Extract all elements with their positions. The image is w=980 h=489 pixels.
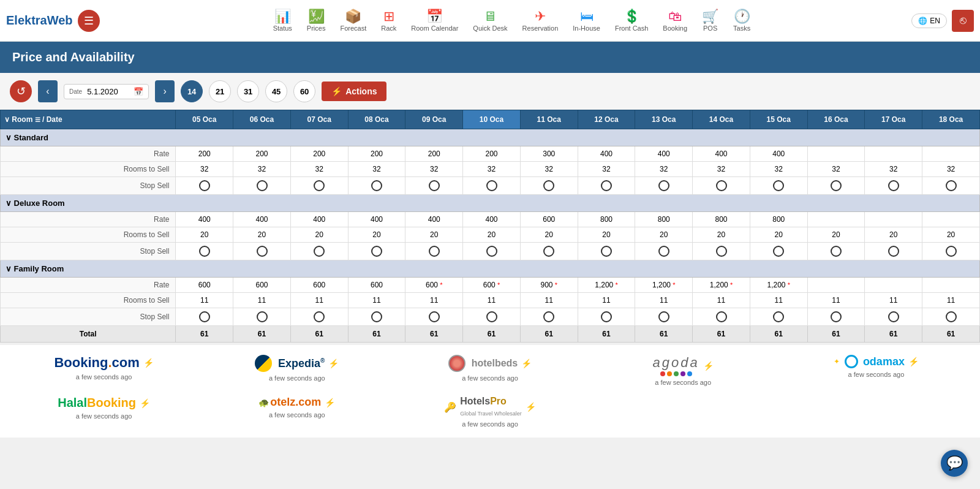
standard-rate-14[interactable]: 400 — [693, 146, 750, 162]
standard-rate-09[interactable]: 200 — [405, 146, 463, 162]
deluxe-stopsell-11[interactable] — [520, 243, 578, 260]
family-stopsell-18[interactable] — [922, 308, 980, 326]
deluxe-rate-09[interactable]: 400 — [405, 212, 463, 227]
family-rooms-14[interactable]: 11 — [693, 293, 750, 308]
family-rate-08[interactable]: 600 — [348, 278, 405, 293]
nav-rack[interactable]: ⊞ Rack — [375, 7, 402, 34]
deluxe-rate-06[interactable]: 400 — [233, 212, 291, 227]
family-rate-14[interactable]: 1,200 * — [693, 278, 750, 293]
family-stopsell-12[interactable] — [578, 308, 635, 326]
menu-button[interactable]: ☰ — [78, 10, 100, 32]
logout-button[interactable]: ⎋ — [952, 10, 974, 32]
deluxe-rooms-10[interactable]: 20 — [463, 227, 521, 243]
standard-rate-16[interactable] — [807, 146, 865, 162]
nav-status[interactable]: 📊 Status — [267, 7, 298, 34]
family-stopsell-11[interactable] — [520, 308, 578, 326]
family-rooms-07[interactable]: 11 — [290, 293, 348, 308]
deluxe-rooms-18[interactable]: 20 — [922, 227, 980, 243]
family-rooms-12[interactable]: 11 — [578, 293, 635, 308]
family-stopsell-16[interactable] — [807, 308, 865, 326]
standard-stopsell-12[interactable] — [578, 177, 635, 195]
deluxe-stopsell-15[interactable] — [750, 243, 807, 260]
standard-rooms-17[interactable]: 32 — [865, 162, 922, 177]
standard-stopsell-05[interactable] — [176, 177, 233, 195]
halalbooking-sync-icon[interactable]: ⚡ — [140, 398, 150, 408]
deluxe-rooms-13[interactable]: 20 — [635, 227, 693, 243]
nav-pos[interactable]: 🛒 POS — [696, 7, 725, 34]
deluxe-rate-15[interactable]: 800 — [750, 212, 807, 227]
family-stopsell-07[interactable] — [290, 308, 348, 326]
family-stopsell-14[interactable] — [693, 308, 750, 326]
standard-rooms-06[interactable]: 32 — [233, 162, 291, 177]
family-rate-09[interactable]: 600 * — [405, 278, 463, 293]
nav-reservation[interactable]: ✈ Reservation — [516, 7, 565, 34]
family-rooms-16[interactable]: 11 — [807, 293, 865, 308]
expedia-sync-icon[interactable]: ⚡ — [328, 358, 339, 368]
deluxe-stopsell-17[interactable] — [865, 243, 922, 260]
standard-stopsell-08[interactable] — [348, 177, 405, 195]
nav-booking[interactable]: 🛍 Booking — [657, 7, 693, 34]
deluxe-rate-05[interactable]: 400 — [176, 212, 233, 227]
standard-stopsell-17[interactable] — [865, 177, 922, 195]
deluxe-stopsell-06[interactable] — [233, 243, 291, 260]
deluxe-rate-13[interactable]: 800 — [635, 212, 693, 227]
refresh-button[interactable]: ↺ — [10, 80, 32, 102]
standard-stopsell-13[interactable] — [635, 177, 693, 195]
standard-rate-15[interactable]: 400 — [750, 146, 807, 162]
standard-rate-17[interactable] — [865, 146, 922, 162]
standard-rooms-10[interactable]: 32 — [463, 162, 521, 177]
nav-room-calendar[interactable]: 📅 Room Calendar — [405, 7, 464, 34]
family-rate-10[interactable]: 600 * — [463, 278, 521, 293]
deluxe-stopsell-05[interactable] — [176, 243, 233, 260]
standard-rooms-07[interactable]: 32 — [290, 162, 348, 177]
standard-rate-12[interactable]: 400 — [578, 146, 635, 162]
standard-stopsell-14[interactable] — [693, 177, 750, 195]
deluxe-rate-11[interactable]: 600 — [520, 212, 578, 227]
deluxe-rate-16[interactable] — [807, 212, 865, 227]
deluxe-stopsell-12[interactable] — [578, 243, 635, 260]
family-rooms-15[interactable]: 11 — [750, 293, 807, 308]
deluxe-rooms-12[interactable]: 20 — [578, 227, 635, 243]
deluxe-rate-10[interactable]: 400 — [463, 212, 521, 227]
agoda-sync-icon[interactable]: ⚡ — [703, 361, 714, 371]
day-14-button[interactable]: 14 — [181, 80, 203, 102]
language-button[interactable]: 🌐 EN — [911, 13, 947, 28]
standard-stopsell-15[interactable] — [750, 177, 807, 195]
standard-stopsell-09[interactable] — [405, 177, 463, 195]
deluxe-rooms-16[interactable]: 20 — [807, 227, 865, 243]
nav-prices[interactable]: 💹 Prices — [301, 7, 332, 34]
standard-rate-07[interactable]: 200 — [290, 146, 348, 162]
nav-front-cash[interactable]: 💲 Front Cash — [609, 7, 654, 34]
family-rooms-10[interactable]: 11 — [463, 293, 521, 308]
deluxe-rate-08[interactable]: 400 — [348, 212, 405, 227]
family-rooms-09[interactable]: 11 — [405, 293, 463, 308]
family-stopsell-09[interactable] — [405, 308, 463, 326]
deluxe-rate-14[interactable]: 800 — [693, 212, 750, 227]
deluxe-rate-17[interactable] — [865, 212, 922, 227]
deluxe-stopsell-18[interactable] — [922, 243, 980, 260]
family-rate-16[interactable] — [807, 278, 865, 293]
deluxe-stopsell-07[interactable] — [290, 243, 348, 260]
deluxe-rooms-17[interactable]: 20 — [865, 227, 922, 243]
nav-in-house[interactable]: 🛏 In-House — [567, 7, 606, 34]
standard-rooms-08[interactable]: 32 — [348, 162, 405, 177]
filter-icon[interactable]: ☰ — [35, 116, 40, 123]
family-rate-07[interactable]: 600 — [290, 278, 348, 293]
deluxe-stopsell-16[interactable] — [807, 243, 865, 260]
family-stopsell-15[interactable] — [750, 308, 807, 326]
standard-stopsell-07[interactable] — [290, 177, 348, 195]
family-rate-12[interactable]: 1,200 * — [578, 278, 635, 293]
standard-rooms-13[interactable]: 32 — [635, 162, 693, 177]
chevron-deluxe[interactable]: ∨ — [6, 199, 12, 208]
day-45-button[interactable]: 45 — [265, 80, 287, 102]
family-rate-18[interactable] — [922, 278, 980, 293]
deluxe-stopsell-09[interactable] — [405, 243, 463, 260]
family-rate-06[interactable]: 600 — [233, 278, 291, 293]
family-rate-17[interactable] — [865, 278, 922, 293]
family-rooms-06[interactable]: 11 — [233, 293, 291, 308]
family-stopsell-08[interactable] — [348, 308, 405, 326]
day-21-button[interactable]: 21 — [209, 80, 231, 102]
standard-stopsell-06[interactable] — [233, 177, 291, 195]
chevron-family[interactable]: ∨ — [6, 264, 12, 273]
standard-rooms-18[interactable]: 32 — [922, 162, 980, 177]
